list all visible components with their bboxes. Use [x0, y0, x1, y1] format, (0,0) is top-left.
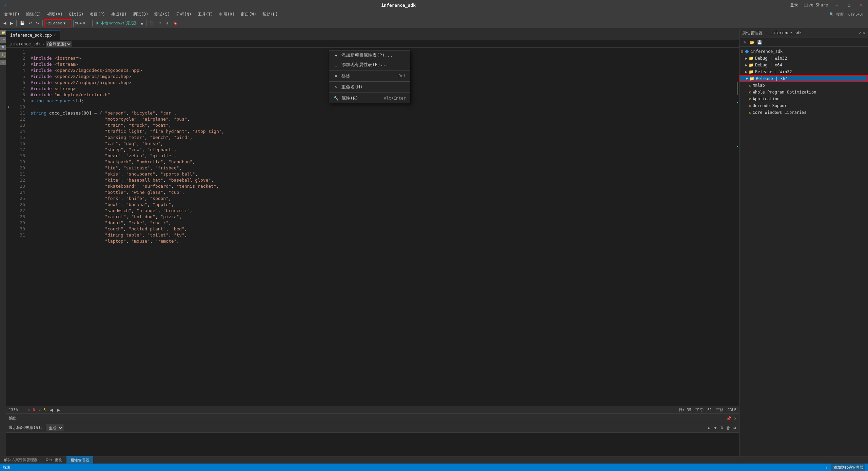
tree-item-debug-x64[interactable]: ▶ 📁 Debug | x64: [739, 62, 868, 68]
undo-btn[interactable]: ↩: [27, 20, 33, 27]
panel-new-prop-btn[interactable]: ✎: [742, 39, 748, 45]
fold-7: [6, 86, 11, 92]
tree-label-release-win32: Release | Win32: [755, 69, 792, 74]
bottom-tab-property-manager[interactable]: 属性管理器: [66, 456, 93, 464]
tree-folder-debug-x64: 📁: [749, 63, 754, 67]
activity-search[interactable]: 🔍: [0, 45, 6, 50]
output-scroll-end[interactable]: ⇩: [720, 426, 724, 430]
bookmark-btn[interactable]: 🔖: [172, 20, 179, 27]
warning-indicator[interactable]: ⚠ 3: [39, 408, 46, 412]
menu-tools[interactable]: 工具(T): [195, 11, 216, 18]
output-scroll-down[interactable]: ▼: [713, 426, 717, 430]
context-menu-add-new-prop[interactable]: ✚ 添加新项目属性表(P)...: [329, 50, 410, 60]
login-link[interactable]: 登录: [790, 2, 798, 8]
breadcrumb-sep: ›: [42, 42, 44, 46]
platform-dropdown[interactable]: x64 ▼: [73, 20, 90, 27]
context-menu-add-existing-prop[interactable]: □ 添加现有属性表(E)...: [329, 60, 410, 69]
panel-save-btn[interactable]: 💾: [756, 39, 763, 45]
line-ending-info[interactable]: CRLF: [728, 408, 737, 412]
activity-ext[interactable]: ⚙: [0, 60, 6, 65]
context-menu-remove[interactable]: ✕ 移除 Del: [329, 71, 410, 81]
menu-help[interactable]: 帮助(H): [260, 11, 281, 18]
menu-test[interactable]: 测试(S): [152, 11, 173, 18]
menu-git[interactable]: Git(G): [66, 11, 86, 17]
close-btn[interactable]: ×: [858, 2, 865, 8]
save-all-btn[interactable]: 💾: [19, 20, 26, 27]
tree-root-label: inference_sdk: [751, 49, 783, 54]
tree-label-debug-x64: Debug | x64: [755, 63, 782, 67]
context-menu-sep-2: [329, 81, 410, 82]
fold-6: [6, 80, 11, 86]
panel-float-btn[interactable]: ⤢: [859, 31, 862, 35]
redo-btn[interactable]: ↪: [35, 20, 40, 27]
forward-btn[interactable]: ▶: [9, 20, 14, 27]
bottom-tab-solution[interactable]: 解决方案资源管理器: [0, 456, 42, 464]
nav-forward-btn[interactable]: ▶: [57, 408, 60, 412]
app-title: inference_sdk: [381, 3, 416, 8]
menu-project[interactable]: 项目(P): [87, 11, 108, 18]
properties-shortcut: Alt+Enter: [384, 96, 406, 101]
breadcrumb-scope-dropdown[interactable]: (全局范围): [46, 41, 72, 47]
bottom-tab-git[interactable]: Git 更改: [42, 456, 66, 464]
tree-item-root[interactable]: ⊞ 🔷 inference_sdk: [739, 48, 868, 55]
output-scroll-up[interactable]: ▲: [707, 426, 711, 430]
error-indicator[interactable]: ✕ 0: [28, 408, 35, 412]
status-add-code-manager[interactable]: 添加到代码管理器: [831, 464, 865, 471]
scroll-thumb[interactable]: [737, 82, 738, 95]
tab-close-btn[interactable]: ×: [54, 34, 56, 37]
status-bar: 就绪 ↑ 添加到代码管理器: [0, 464, 868, 471]
build-config-dropdown[interactable]: Release ▼: [45, 20, 72, 27]
menu-window[interactable]: 窗口(W): [238, 11, 259, 18]
run-debug-btn[interactable]: ▶ 本地 Windows 调试器: [95, 20, 138, 27]
activity-solution-explorer[interactable]: 📁: [0, 30, 6, 35]
maximize-btn[interactable]: □: [846, 2, 852, 8]
menu-view[interactable]: 视图(V): [44, 11, 65, 18]
tree-item-whole-program[interactable]: ⚙ Whole Program Optimization: [739, 89, 868, 96]
tree-item-mmlab[interactable]: ⚙ mmlab: [739, 82, 868, 89]
nav-back-btn[interactable]: ◀: [50, 408, 53, 412]
menu-edit[interactable]: 编辑(E): [23, 11, 44, 18]
panel-open-prop-btn[interactable]: 📂: [749, 39, 755, 45]
panel-close-btn[interactable]: ×: [863, 31, 865, 35]
tree-item-unicode[interactable]: ⚙ Unicode Support: [739, 102, 868, 109]
stop-btn[interactable]: ■: [139, 20, 144, 27]
back-btn[interactable]: ◀: [2, 20, 7, 27]
tree-item-application[interactable]: ⚙ Application: [739, 96, 868, 102]
output-close-btn[interactable]: ×: [734, 416, 736, 421]
rename-icon: ✎: [333, 85, 339, 89]
search-box[interactable]: 🔍 搜索 (Ctrl+Q): [827, 12, 867, 17]
step-into-btn[interactable]: ↡: [164, 20, 170, 27]
output-wrap[interactable]: ⇔: [733, 426, 736, 430]
minimize-btn[interactable]: —: [833, 2, 840, 8]
output-pin-btn[interactable]: 📌: [726, 416, 731, 421]
status-minus-btn[interactable]: -: [22, 408, 24, 412]
breadcrumb-project[interactable]: inference_sdk: [9, 42, 41, 46]
menu-extensions[interactable]: 扩展(X): [217, 11, 238, 18]
output-clear[interactable]: 🗑: [726, 426, 730, 430]
active-tab[interactable]: inference_sdk.cpp ×: [6, 30, 60, 40]
scrollbar-area[interactable]: [736, 48, 739, 406]
live-share-btn[interactable]: Live Share: [804, 3, 828, 7]
step-over-btn[interactable]: ↷: [157, 20, 163, 27]
zoom-level[interactable]: 133%: [9, 408, 18, 412]
activity-git[interactable]: ⎇: [0, 37, 6, 43]
tree-item-debug-win32[interactable]: ▶ 📁 Debug | Win32: [739, 55, 868, 62]
line-numbers: 12345 678910 1112131415 1617181920 21222…: [11, 48, 28, 406]
output-toolbar: 显示输出来源(S): 生成 ▲ ▼ ⇩ 🗑 ⇔: [6, 423, 739, 433]
tree-item-release-x64[interactable]: ▼ 📁 Release | x64: [739, 75, 868, 82]
menu-file[interactable]: 文件(F): [1, 11, 22, 18]
fold-10[interactable]: ▾: [6, 104, 11, 110]
output-source-select[interactable]: 生成: [46, 425, 63, 431]
activity-debug[interactable]: 🐛: [0, 52, 6, 58]
fold-2: [6, 55, 11, 61]
menu-bar: 文件(F) 编辑(E) 视图(V) Git(G) 项目(P) 生成(B) 调试(…: [0, 10, 868, 18]
context-menu-properties[interactable]: 🔧 属性(R) Alt+Enter: [329, 94, 410, 103]
menu-debug[interactable]: 调试(D): [130, 11, 151, 18]
output-title-controls: 📌 ×: [726, 416, 736, 421]
menu-build[interactable]: 生成(B): [108, 11, 130, 18]
breakpoint-btn[interactable]: ⬛: [149, 20, 156, 27]
tree-item-release-win32[interactable]: ▶ 📁 Release | Win32: [739, 68, 868, 75]
menu-analyze[interactable]: 分析(N): [173, 11, 194, 18]
context-menu-rename[interactable]: ✎ 重命名(M): [329, 82, 410, 92]
tree-item-core-windows[interactable]: ⚙ Core Windows Libraries: [739, 109, 868, 116]
